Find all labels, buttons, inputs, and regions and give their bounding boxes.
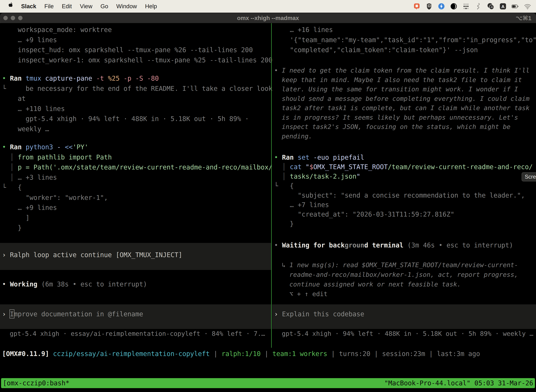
shield-grid-icon[interactable]: [425, 2, 433, 10]
menu-item-view[interactable]: View: [80, 3, 92, 10]
text-segment: |: [327, 350, 339, 358]
omx-status-line: [OMX#0.11.9] cczip/essay/ai-reimplementa…: [0, 349, 536, 359]
text-segment: |: [261, 350, 273, 358]
grid-dots-icon[interactable]: [462, 2, 470, 10]
text-segment: team:1 workers: [273, 350, 327, 358]
moon-crescent-icon[interactable]: [450, 2, 458, 10]
omx-status-area: [OMX#0.11.9] cczip/essay/ai-reimplementa…: [0, 23, 536, 392]
text-segment: [OMX#0.11.9]: [2, 350, 53, 358]
menu-item-window[interactable]: Window: [116, 3, 137, 10]
badge-count-label: ..61: [490, 6, 493, 9]
screen-edge-tooltip: Scre: [522, 172, 536, 182]
tmux-session-label: [omx-cczip0:bash*: [3, 379, 69, 387]
apple-icon: [7, 2, 14, 11]
window-title: omx --xhigh --madmax: [237, 15, 299, 21]
battery-charging-icon[interactable]: [511, 2, 519, 10]
window-titlebar: omx --xhigh --madmax ⌥⌘1: [0, 13, 536, 23]
wifi-icon[interactable]: [524, 2, 531, 10]
pane-divider[interactable]: [271, 23, 272, 348]
tmux-host-clock-label: "MacBook-Pro-44.local" 05:03 31-Mar-26: [384, 379, 533, 387]
terminal-content: workspace_mode: worktree … +9 lines insp…: [0, 23, 536, 392]
sync-bolt-badge-icon[interactable]: [438, 2, 445, 10]
text-segment: turns:20 | session:23m | last:3m ago: [339, 350, 480, 358]
tooltip-label: Scre: [525, 174, 536, 180]
text-segment: ralph:1/10: [221, 350, 261, 358]
close-window-button[interactable]: [3, 16, 8, 20]
menu-status-icons: ..61 A: [413, 2, 531, 10]
menu-item-file[interactable]: File: [44, 3, 54, 10]
menu-item-edit[interactable]: Edit: [62, 3, 72, 10]
terminal-line: [OMX#0.11.9] cczip/essay/ai-reimplementa…: [2, 349, 536, 359]
menu-bar: Slack File Edit View Go Window Help: [0, 0, 536, 13]
menu-item-go[interactable]: Go: [100, 3, 108, 10]
chat-app-icon[interactable]: [413, 2, 421, 10]
apple-menu[interactable]: [7, 2, 14, 11]
traffic-lights: [3, 16, 23, 20]
tmux-status-bar: [omx-cczip0:bash* "MacBook-Pro-44.local"…: [1, 378, 535, 388]
count-badge-icon[interactable]: ..61: [487, 2, 494, 10]
text-segment: |: [210, 350, 222, 358]
input-source-icon[interactable]: A: [499, 2, 507, 10]
menu-item-slack[interactable]: Slack: [21, 3, 36, 10]
window-shortcut-hint: ⌥⌘1: [516, 14, 531, 22]
input-source-label: A: [501, 4, 505, 9]
minimize-window-button[interactable]: [11, 16, 15, 20]
text-segment: cczip/essay/ai-reimplementation-copyleft: [53, 350, 210, 358]
hook-squiggle-icon[interactable]: [474, 2, 482, 10]
menu-item-help[interactable]: Help: [145, 3, 157, 10]
zoom-window-button[interactable]: [18, 16, 23, 20]
